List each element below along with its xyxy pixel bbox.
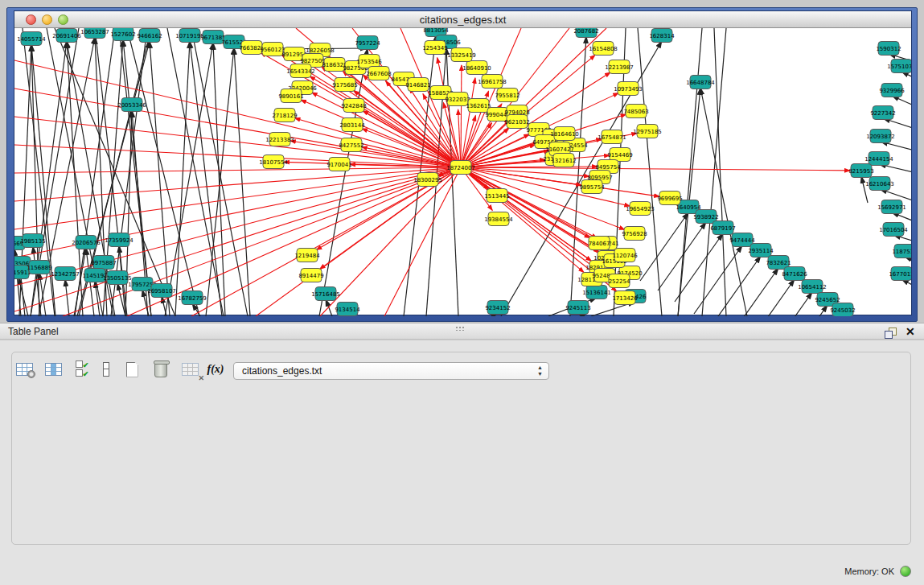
graph-node[interactable]: 9895754 (579, 180, 605, 194)
graph-node[interactable]: 16210643 (865, 177, 894, 191)
show-columns-button[interactable] (42, 359, 64, 380)
graph-node[interactable]: 1120746 (612, 249, 638, 262)
delete-table-button[interactable]: ✕ (179, 359, 201, 380)
graph-node[interactable]: 7957224 (355, 36, 380, 50)
graph-node[interactable]: 20053346 (117, 98, 146, 112)
graph-node[interactable]: 9242848 (341, 99, 366, 113)
close-panel-icon[interactable]: ✕ (906, 325, 915, 338)
graph-node[interactable]: 18300295 (413, 173, 442, 187)
graph-node[interactable]: 19384554 (484, 212, 513, 226)
graph-node[interactable]: 784067 (589, 237, 610, 250)
delete-column-button[interactable] (150, 359, 172, 380)
graph-node[interactable]: 16961758 (478, 75, 507, 89)
create-column-button[interactable] (121, 359, 143, 380)
graph-node[interactable]: 252254 (609, 274, 630, 288)
graph-node[interactable]: 2667608 (366, 67, 391, 80)
zoom-traffic-light[interactable] (58, 14, 68, 25)
graph-node[interactable]: 1677013 (889, 267, 911, 281)
graph-node[interactable]: 15751074 (887, 60, 911, 73)
graph-node[interactable]: 1219484 (294, 249, 320, 262)
graph-node[interactable]: 9245113 (565, 301, 590, 315)
graph-node[interactable]: 18164610 (550, 127, 579, 141)
graph-node[interactable]: 18107554 (259, 155, 288, 169)
graph-node[interactable]: 9621032 (504, 115, 529, 129)
graph-node[interactable]: 16154808 (589, 42, 618, 56)
graph-node[interactable]: 9234152 (485, 301, 510, 315)
graph-node[interactable]: 9245032 (830, 303, 855, 317)
close-traffic-light[interactable] (26, 14, 36, 25)
graph-node[interactable]: 14055714 (17, 32, 46, 46)
graph-node[interactable]: 9890161 (278, 89, 303, 103)
graph-node[interactable]: 12213987 (605, 60, 634, 74)
graph-node[interactable]: 2087682 (573, 28, 598, 38)
graph-node[interactable]: 12093872 (866, 130, 895, 143)
graph-node[interactable]: 9170041 (326, 158, 351, 171)
graph-node[interactable]: 13325419 (447, 48, 476, 62)
graph-node[interactable]: 2803144 (339, 118, 365, 132)
graph-node[interactable]: 12975185 (633, 125, 662, 138)
graph-node[interactable]: 10654112 (798, 280, 827, 294)
graph-node[interactable]: 16754871 (598, 130, 626, 144)
minimize-traffic-light[interactable] (42, 14, 52, 25)
graph-node[interactable]: 9134514 (335, 303, 360, 316)
graph-node[interactable]: 17016504 (879, 223, 908, 237)
graph-node[interactable]: 1513445 (484, 189, 509, 203)
table-selector-dropdown[interactable]: citations_edges.txt ▲▼ (233, 362, 549, 380)
graph-node[interactable]: 12444154 (864, 152, 893, 166)
graph-node[interactable]: 12342757 (51, 267, 80, 281)
panel-drag-grip[interactable] (455, 326, 465, 331)
graph-node[interactable]: 1628314 (649, 29, 675, 43)
graph-node[interactable]: 12213383 (265, 133, 294, 146)
graph-node[interactable]: 9975887 (91, 256, 116, 270)
network-canvas[interactable]: 1405571420691406106532871527602946616210… (14, 28, 911, 316)
graph-node[interactable]: 1254349 (422, 41, 447, 55)
graph-node[interactable]: 1527602 (110, 28, 135, 41)
graph-node[interactable]: 16958107 (147, 284, 176, 298)
graph-node[interactable]: 9699695 (657, 192, 682, 205)
graph-node[interactable]: 9175685 (332, 78, 357, 92)
node-label: 9474444 (729, 237, 755, 244)
citation-edge (461, 65, 462, 167)
graph-node[interactable]: 7955812 (495, 89, 519, 102)
graph-node[interactable]: 20206576 (72, 236, 101, 249)
graph-node[interactable]: 1753546 (356, 55, 382, 68)
float-panel-icon[interactable] (885, 328, 897, 338)
row-tools-button[interactable] (95, 359, 117, 380)
graph-node[interactable]: 16648784 (686, 76, 715, 89)
graph-node[interactable]: 1187533 (892, 245, 911, 258)
graph-node[interactable]: 15716485 (311, 287, 340, 301)
graph-node[interactable]: 20691406 (52, 29, 81, 43)
graph-node[interactable]: 1156889 (27, 261, 51, 274)
graph-node[interactable]: 2935114 (748, 244, 774, 257)
graph-node[interactable]: 8471626 (782, 267, 807, 281)
graph-node[interactable]: 16543342 (286, 64, 315, 78)
graph-node[interactable]: 1713426 (612, 291, 638, 305)
graph-node[interactable]: 17359924 (105, 233, 133, 247)
graph-node[interactable]: 10973493 (614, 82, 643, 96)
table-mode-button[interactable] (13, 359, 35, 380)
graph-node[interactable]: 8215953 (848, 164, 873, 178)
graph-hub-node[interactable]: 18724007 (446, 161, 475, 175)
graph-node[interactable]: 8914479 (298, 269, 323, 282)
graph-node[interactable]: 1321612 (551, 154, 576, 167)
select-columns-button[interactable]: ✔ ✔ (71, 359, 93, 380)
graph-node[interactable]: 2718129 (272, 109, 297, 122)
function-builder-button[interactable]: f(x) (204, 359, 227, 380)
graph-node[interactable]: 9756928 (622, 227, 647, 241)
graph-node[interactable]: 8427552 (339, 138, 363, 152)
graph-node[interactable]: 7485063 (623, 105, 648, 118)
graph-node[interactable]: 15136141 (582, 286, 611, 299)
graph-node[interactable]: 6879197 (710, 221, 735, 235)
graph-node[interactable]: 9329966 (879, 84, 905, 97)
graph-node[interactable]: 9146821 (405, 78, 430, 92)
graph-node[interactable]: 16782759 (178, 291, 207, 305)
graph-node[interactable]: 19654923 (626, 202, 655, 216)
graph-node[interactable]: 9466162 (137, 29, 162, 43)
graph-node[interactable]: 9154469 (607, 148, 632, 162)
graph-node[interactable]: 18640910 (462, 61, 491, 75)
graph-node[interactable]: 9227342 (870, 106, 895, 120)
graph-node[interactable]: 1985135 (20, 234, 45, 248)
graph-node[interactable]: 10653287 (80, 28, 109, 39)
graph-node[interactable]: 15692971 (877, 200, 906, 214)
graph-node[interactable]: 1590312 (876, 42, 901, 56)
